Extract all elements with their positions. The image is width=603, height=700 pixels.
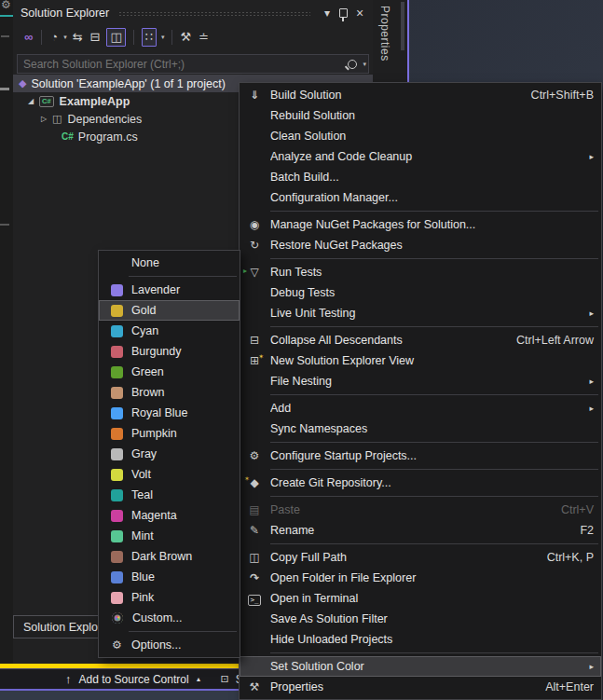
menu-item-label: Dark Brown (131, 550, 232, 563)
menu-item-manage-nuget[interactable]: ◉ Manage NuGet Packages for Solution... (240, 214, 601, 235)
color-item-dark-brown[interactable]: Dark Brown (99, 546, 240, 567)
preview-selected-items-icon[interactable]: ≐ (199, 29, 209, 46)
menu-item-label: Pink (131, 591, 232, 604)
menu-item-create-git-repository[interactable]: ◆ Create Git Repository... (240, 473, 601, 493)
color-item-magenta[interactable]: Magenta (99, 505, 240, 526)
add-to-source-control-button[interactable]: Add to Source Control (79, 673, 189, 686)
menu-item-label: Open Folder in File Explorer (270, 571, 594, 584)
switch-views-icon[interactable]: ⇆ (73, 29, 83, 46)
color-swatch (111, 592, 123, 604)
search-icon[interactable] (348, 60, 357, 69)
color-item-none[interactable]: None (99, 253, 240, 273)
menu-item-save-as-solution-filter[interactable]: Save As Solution Filter (240, 609, 601, 629)
menu-item-label: Analyze and Code Cleanup (270, 150, 579, 163)
chevron-down-icon[interactable]: ▾ (161, 34, 165, 41)
menu-item-rename[interactable]: ✎ Rename F2 (240, 520, 601, 541)
color-item-pink[interactable]: Pink (99, 587, 240, 608)
menu-item-open-in-terminal[interactable]: >_ Open in Terminal (240, 588, 601, 609)
color-item-brown[interactable]: Brown (99, 382, 240, 403)
color-item-pumpkin[interactable]: Pumpkin (99, 423, 240, 444)
menu-item-properties[interactable]: ⚒ Properties Alt+Enter (240, 677, 601, 697)
color-item-lavender[interactable]: Lavender (99, 280, 240, 300)
color-item-gray[interactable]: Gray (99, 444, 240, 464)
menu-item-label: Batch Build... (270, 171, 594, 184)
menu-item-collapse-all-descendants[interactable]: ⊟ Collapse All Descendants Ctrl+Left Arr… (240, 330, 601, 350)
menu-item-analyze-code-cleanup[interactable]: Analyze and Code Cleanup ▸ (240, 146, 601, 167)
tab-properties[interactable]: Properties (378, 6, 391, 62)
menu-item-file-nesting[interactable]: File Nesting ▸ (240, 371, 601, 391)
color-swatch (111, 366, 123, 378)
menu-item-new-solution-explorer-view[interactable]: ⊞ New Solution Explorer View (240, 350, 601, 371)
menu-item-configuration-manager[interactable]: Configuration Manager... (240, 187, 601, 208)
panel-titlebar[interactable]: Solution Explorer ▾ × (13, 2, 373, 24)
toolbar-separator (133, 30, 134, 45)
search-input[interactable] (18, 58, 348, 71)
menu-item-label: Create Git Repository... (270, 476, 594, 489)
gear-icon: ⚙ (111, 638, 123, 652)
close-icon[interactable]: × (352, 6, 367, 21)
pending-changes-filter-icon[interactable]: ◔ (50, 29, 58, 46)
menu-item-clean-solution[interactable]: Clean Solution (240, 126, 601, 146)
expander-collapsed-icon[interactable]: ▷ (39, 115, 48, 123)
menu-item-label: Gold (131, 304, 232, 317)
color-swatch (111, 284, 123, 296)
menu-item-paste[interactable]: ▤ Paste Ctrl+V (240, 500, 601, 520)
properties-wrench-icon[interactable]: ⚒ (181, 29, 192, 46)
chevron-down-icon[interactable]: ▾ (63, 34, 67, 41)
menu-item-hide-unloaded-projects[interactable]: Hide Unloaded Projects (240, 629, 601, 650)
menu-item-live-unit-testing[interactable]: Live Unit Testing ▸ (240, 303, 601, 323)
color-item-cyan[interactable]: Cyan (99, 321, 240, 341)
csharp-file-icon: C# (62, 131, 74, 142)
color-swatch (111, 407, 123, 419)
color-item-volt[interactable]: Volt (99, 464, 240, 485)
menu-shortcut: Ctrl+K, P (547, 551, 594, 564)
menu-item-label: Hide Unloaded Projects (270, 633, 594, 646)
menu-item-debug-tests[interactable]: Debug Tests (240, 282, 601, 303)
pin-icon[interactable] (339, 8, 348, 18)
menu-item-build-solution[interactable]: ⇓ Build Solution Ctrl+Shift+B (240, 85, 601, 105)
color-item-teal[interactable]: Teal (99, 485, 240, 505)
color-item-royal-blue[interactable]: Royal Blue (99, 403, 240, 423)
color-item-custom[interactable]: Custom... (99, 608, 240, 628)
menu-item-configure-startup-projects[interactable]: ⚙ Configure Startup Projects... (240, 446, 601, 466)
show-all-files-icon[interactable]: ◫ (106, 28, 125, 47)
menu-item-label: Blue (131, 570, 232, 583)
menu-item-copy-full-path[interactable]: ◫ Copy Full Path Ctrl+K, P (240, 547, 601, 568)
color-item-green[interactable]: Green (99, 362, 240, 382)
color-item-mint[interactable]: Mint (99, 526, 240, 546)
color-item-blue[interactable]: Blue (99, 567, 240, 587)
menu-item-label: New Solution Explorer View (270, 354, 594, 367)
menu-separator (129, 631, 237, 632)
strip-fragment (0, 224, 9, 226)
sync-with-active-document-icon[interactable]: ∞ (24, 29, 33, 46)
menu-item-sync-namespaces[interactable]: Sync Namespaces (240, 419, 601, 439)
chevron-up-icon[interactable]: ▲ (196, 676, 202, 682)
expander-expanded-icon[interactable]: ◢ (26, 97, 35, 105)
color-item-options[interactable]: ⚙ Options... (99, 635, 240, 655)
menu-item-label: Restore NuGet Packages (270, 239, 594, 252)
menu-separator (270, 543, 598, 544)
menu-item-set-solution-color[interactable]: Set Solution Color ▸ (240, 656, 601, 677)
menu-item-restore-nuget[interactable]: ↻ Restore NuGet Packages (240, 235, 601, 255)
menu-item-label: Copy Full Path (270, 551, 528, 564)
color-item-burgundy[interactable]: Burgundy (99, 341, 240, 362)
menu-item-label: Lavender (131, 283, 232, 296)
menu-item-add[interactable]: Add ▸ (240, 398, 601, 419)
solution-context-menu: ⇓ Build Solution Ctrl+Shift+B Rebuild So… (239, 82, 602, 700)
color-item-gold[interactable]: Gold (99, 300, 240, 321)
collapse-all-icon[interactable]: ⊟ (90, 29, 101, 46)
drag-handle[interactable] (118, 11, 310, 18)
menu-item-rebuild-solution[interactable]: Rebuild Solution (240, 105, 601, 126)
file-nesting-icon[interactable]: ∷ (142, 28, 157, 47)
menu-item-open-folder-file-explorer[interactable]: ↷ Open Folder in File Explorer (240, 568, 601, 588)
menu-item-label: Options... (131, 638, 232, 652)
panel-title: Solution Explorer (21, 7, 109, 20)
menu-item-run-tests[interactable]: ▽ Run Tests (240, 262, 601, 282)
submenu-arrow-icon: ▸ (584, 404, 594, 413)
menu-item-label: Brown (131, 386, 232, 399)
wrench-icon: ⚒ (245, 680, 264, 693)
chevron-down-icon[interactable]: ▾ (363, 61, 366, 68)
menu-item-batch-build[interactable]: Batch Build... (240, 167, 601, 187)
menu-item-label: Volt (131, 468, 232, 481)
window-position-dropdown[interactable]: ▾ (320, 7, 335, 20)
